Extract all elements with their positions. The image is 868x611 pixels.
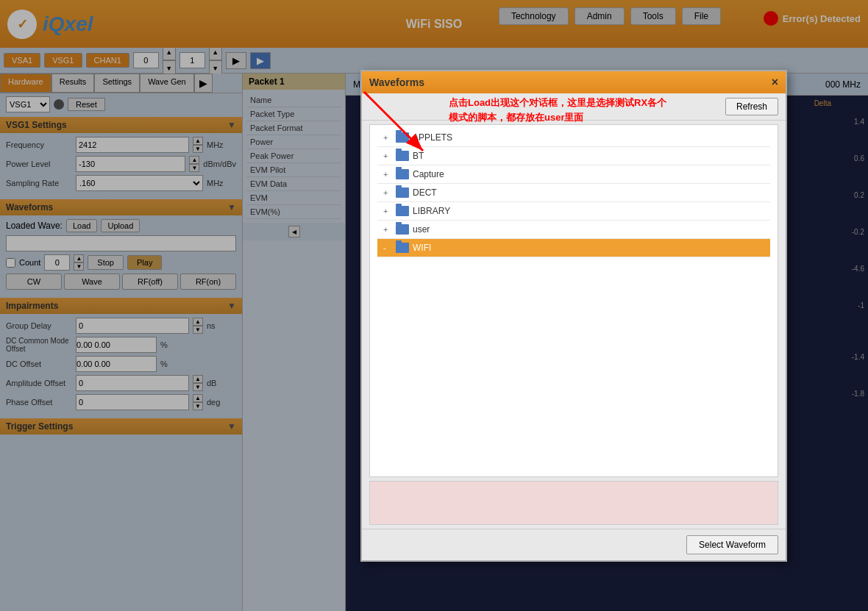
modal-header: Waveforms × xyxy=(362,71,786,93)
applets-expand-icon: + xyxy=(383,133,392,142)
tree-item-user[interactable]: + user xyxy=(377,221,770,239)
library-expand-icon: + xyxy=(383,207,392,215)
tree-item-dect[interactable]: + DECT xyxy=(377,184,770,202)
tree-item-library[interactable]: + LIBRARY xyxy=(377,202,770,221)
dect-folder-icon xyxy=(396,187,409,198)
modal-close-button[interactable]: × xyxy=(772,76,778,89)
library-label: LIBRARY xyxy=(413,206,450,216)
capture-label: Capture xyxy=(413,169,444,179)
modal-overlay: Waveforms × Refresh + APPLETS + BT + Cap… xyxy=(0,0,868,611)
dect-label: DECT xyxy=(413,187,437,198)
user-folder-icon xyxy=(396,224,409,235)
capture-folder-icon xyxy=(396,169,409,179)
select-waveform-button[interactable]: Select Waveform xyxy=(686,535,778,554)
refresh-button[interactable]: Refresh xyxy=(725,98,778,115)
tree-item-capture[interactable]: + Capture xyxy=(377,165,770,184)
modal-title: Waveforms xyxy=(369,76,424,88)
modal-toolbar: Refresh xyxy=(362,93,786,121)
capture-expand-icon: + xyxy=(383,170,392,179)
wifi-label: WIFI xyxy=(413,243,431,253)
modal-content: + APPLETS + BT + Capture + DECT + xyxy=(369,124,778,477)
dect-expand-icon: + xyxy=(383,188,392,197)
applets-label: APPLETS xyxy=(413,132,452,143)
bt-folder-icon xyxy=(396,151,409,161)
wifi-expand-icon: - xyxy=(383,243,392,252)
bt-expand-icon: + xyxy=(383,151,392,160)
waveforms-modal: Waveforms × Refresh + APPLETS + BT + Cap… xyxy=(360,70,787,562)
tree-item-bt[interactable]: + BT xyxy=(377,147,770,165)
bt-label: BT xyxy=(413,151,424,161)
tree-item-applets[interactable]: + APPLETS xyxy=(377,129,770,147)
library-folder-icon xyxy=(396,206,409,216)
modal-footer: Select Waveform xyxy=(362,529,786,560)
user-label: user xyxy=(413,224,430,235)
modal-extra-area xyxy=(369,481,778,525)
wifi-folder-icon xyxy=(396,243,409,253)
user-expand-icon: + xyxy=(383,225,392,234)
applets-folder-icon xyxy=(396,132,409,143)
tree-item-wifi[interactable]: - WIFI xyxy=(377,239,770,257)
